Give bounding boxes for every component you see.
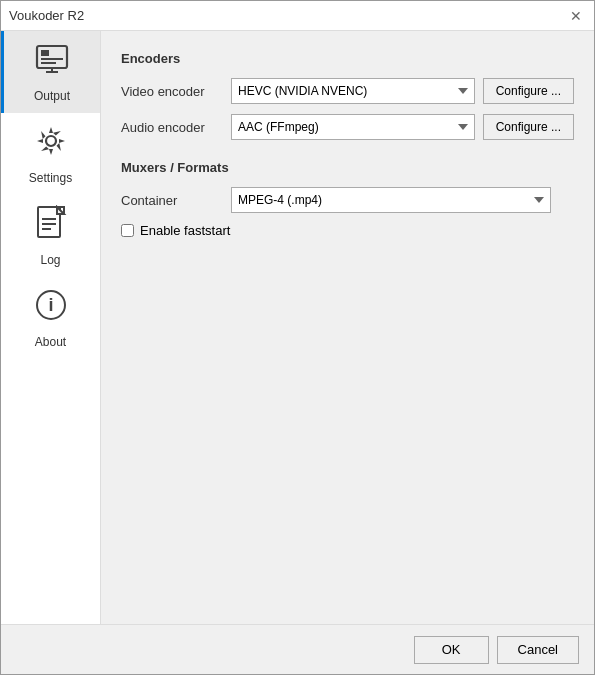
svg-text:i: i <box>48 295 53 315</box>
svg-rect-1 <box>41 50 49 56</box>
title-bar: Voukoder R2 ✕ <box>1 1 594 31</box>
audio-encoder-select[interactable]: AAC (FFmpeg) MP3 (FFmpeg) Opus (FFmpeg) <box>231 114 475 140</box>
audio-encoder-row: Audio encoder AAC (FFmpeg) MP3 (FFmpeg) … <box>121 114 574 140</box>
sidebar-item-output[interactable]: Output <box>1 31 100 113</box>
sidebar-item-settings[interactable]: Settings <box>1 113 100 195</box>
window-title: Voukoder R2 <box>9 8 84 23</box>
audio-encoder-label: Audio encoder <box>121 120 231 135</box>
encoders-section-title: Encoders <box>121 51 574 66</box>
svg-rect-2 <box>41 58 63 60</box>
cancel-button[interactable]: Cancel <box>497 636 579 664</box>
video-configure-button[interactable]: Configure ... <box>483 78 574 104</box>
content-area: Encoders Video encoder HEVC (NVIDIA NVEN… <box>101 31 594 624</box>
faststart-label[interactable]: Enable faststart <box>140 223 230 238</box>
container-row: Container MPEG-4 (.mp4) Matroska (.mkv) … <box>121 187 574 213</box>
sidebar-item-log[interactable]: Log <box>1 195 100 277</box>
sidebar-about-label: About <box>35 335 66 349</box>
svg-point-6 <box>46 136 56 146</box>
video-encoder-select[interactable]: HEVC (NVIDIA NVENC) H.264 (NVIDIA NVENC)… <box>231 78 475 104</box>
faststart-row: Enable faststart <box>121 223 574 238</box>
container-select[interactable]: MPEG-4 (.mp4) Matroska (.mkv) MOV (.mov) <box>231 187 551 213</box>
sidebar-item-about[interactable]: i About <box>1 277 100 359</box>
settings-icon <box>33 123 69 166</box>
sidebar: Output <box>1 31 101 624</box>
ok-button[interactable]: OK <box>414 636 489 664</box>
footer: OK Cancel <box>1 624 594 674</box>
muxers-section: Muxers / Formats Container MPEG-4 (.mp4)… <box>121 160 574 238</box>
sidebar-log-label: Log <box>40 253 60 267</box>
video-encoder-row: Video encoder HEVC (NVIDIA NVENC) H.264 … <box>121 78 574 104</box>
main-content: Output <box>1 31 594 624</box>
faststart-checkbox[interactable] <box>121 224 134 237</box>
container-label: Container <box>121 193 231 208</box>
close-button[interactable]: ✕ <box>566 6 586 26</box>
video-encoder-label: Video encoder <box>121 84 231 99</box>
muxers-section-title: Muxers / Formats <box>121 160 574 175</box>
sidebar-output-label: Output <box>34 89 70 103</box>
log-icon <box>35 205 67 248</box>
output-icon <box>34 41 70 84</box>
audio-configure-button[interactable]: Configure ... <box>483 114 574 140</box>
svg-rect-0 <box>37 46 67 68</box>
main-window: Voukoder R2 ✕ Output <box>0 0 595 675</box>
about-icon: i <box>33 287 69 330</box>
sidebar-settings-label: Settings <box>29 171 72 185</box>
svg-rect-3 <box>41 62 56 64</box>
